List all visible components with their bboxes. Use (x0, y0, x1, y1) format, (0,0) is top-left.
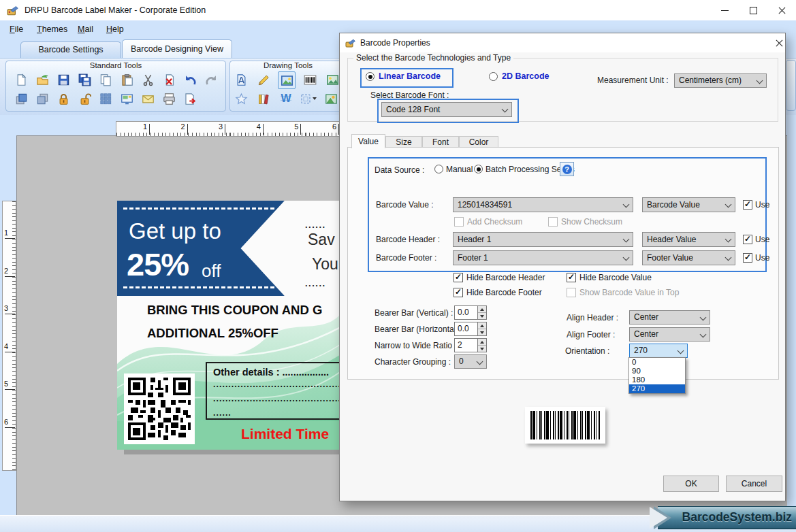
measurement-unit-label: Measurement Unit : (597, 76, 669, 85)
batch-processing-radio[interactable] (474, 165, 483, 173)
use-value-checkbox[interactable] (743, 200, 752, 210)
barcode-header-select[interactable]: Header 1 (453, 232, 633, 247)
label-shadow (124, 450, 343, 454)
details-dots: ........................................… (213, 392, 340, 406)
details-dots: ...... (213, 406, 340, 420)
standard-tools-panel: Standard Tools (5, 61, 226, 112)
orientation-option-180[interactable]: 180 (629, 376, 685, 384)
save-icon[interactable] (55, 71, 71, 88)
use-value-label: Use (755, 200, 769, 210)
measurement-unit-select[interactable]: Centimeters (cm) (674, 73, 767, 88)
copy-icon[interactable] (97, 71, 114, 88)
show-checksum-checkbox[interactable] (548, 217, 558, 227)
cut-icon[interactable] (140, 71, 156, 88)
tab-value[interactable]: Value (351, 134, 385, 148)
barcode-font-select[interactable]: Code 128 Font (381, 102, 512, 117)
title-bar: DRPU Barcode Label Maker - Corporate Edi… (0, 0, 796, 20)
show-checksum-label: Show Checksum (561, 217, 622, 227)
ruler-number: 5 (289, 122, 298, 131)
coupon-label[interactable]: Get up to 25% off ...... Sav You ...... … (117, 201, 342, 450)
minimize-icon[interactable] (710, 0, 739, 20)
tab-barcode-settings[interactable]: Barcode Settings (20, 41, 121, 58)
unlock-icon[interactable] (76, 90, 93, 107)
add-checksum-checkbox[interactable] (454, 217, 464, 227)
text-tool-icon[interactable] (233, 71, 249, 88)
bring-to-front-icon[interactable] (13, 90, 29, 107)
footer-value-type-select[interactable]: Footer Value (642, 250, 735, 265)
menu-themes[interactable]: Themes (33, 20, 71, 38)
print-preview-icon[interactable] (118, 90, 135, 107)
picture-tool-icon[interactable] (324, 71, 340, 88)
hide-footer-checkbox[interactable] (453, 288, 463, 297)
use-footer-label: Use (755, 253, 769, 263)
drawing-tools-panel: Drawing Tools W (229, 61, 347, 112)
coupon-dots-top: ...... (305, 220, 326, 230)
new-document-icon[interactable] (13, 71, 29, 88)
export-icon[interactable] (182, 90, 198, 107)
align-footer-select[interactable]: Center (629, 327, 710, 342)
menu-file[interactable]: File (5, 20, 27, 38)
email-icon[interactable] (140, 90, 156, 107)
send-to-back-icon[interactable] (34, 90, 50, 107)
show-value-top-checkbox[interactable] (567, 288, 576, 297)
ok-button[interactable]: OK (663, 476, 719, 492)
bearer-horizontal-stepper[interactable]: 0.0 (454, 322, 487, 336)
barcode-footer-select[interactable]: Footer 1 (453, 250, 633, 265)
grid-icon[interactable] (97, 90, 114, 107)
gallery-tool-icon[interactable] (323, 90, 339, 107)
barcode-value-label: Barcode Value : (376, 200, 434, 210)
lock-icon[interactable] (55, 90, 71, 107)
pencil-tool-icon[interactable] (255, 71, 272, 88)
library-tool-icon[interactable] (255, 90, 272, 107)
redo-icon[interactable] (203, 71, 219, 88)
barcode-value-select[interactable]: 125014834591 (453, 197, 633, 212)
ruler-number: 5 (4, 380, 8, 388)
orientation-option-0[interactable]: 0 (629, 358, 685, 367)
frame-tool-icon[interactable] (300, 90, 317, 107)
character-grouping-select[interactable]: 0 (454, 354, 487, 369)
align-header-select[interactable]: Center (629, 310, 710, 325)
frame-dropdown-caret[interactable] (313, 97, 317, 100)
orientation-option-90[interactable]: 90 (629, 367, 685, 376)
open-file-icon[interactable] (34, 71, 50, 88)
qr-code[interactable] (124, 373, 195, 444)
paste-icon[interactable] (118, 71, 135, 88)
orientation-option-270[interactable]: 270 (629, 384, 685, 393)
barcode-tool-icon[interactable] (302, 71, 318, 88)
value-tab-panel: Data Source : Manual Batch Processing Se… (347, 147, 779, 380)
vertical-ruler: 1 2 3 4 5 6 (2, 201, 16, 471)
use-header-checkbox[interactable] (743, 235, 752, 244)
undo-icon[interactable] (182, 71, 198, 88)
data-source-label: Data Source : (375, 165, 424, 175)
coupon-bring-line: BRING THIS COUPON AND G (147, 303, 322, 318)
maximize-icon[interactable] (739, 0, 767, 20)
hide-value-checkbox[interactable] (567, 273, 576, 282)
linear-barcode-radio[interactable] (366, 72, 375, 81)
save-all-icon[interactable] (76, 71, 93, 88)
print-icon[interactable] (161, 90, 177, 107)
hide-header-checkbox[interactable] (453, 273, 463, 282)
help-icon[interactable]: ? (560, 162, 574, 176)
header-value-type-select[interactable]: Header Value (642, 232, 735, 247)
barcode-value-type-select[interactable]: Barcode Value (642, 197, 735, 212)
delete-icon[interactable] (161, 71, 177, 88)
use-footer-checkbox[interactable] (743, 253, 752, 263)
tab-barcode-designing-view[interactable]: Barcode Designing View (122, 39, 232, 58)
narrow-wide-ratio-stepper[interactable]: 2 (454, 338, 487, 352)
image-tool-icon[interactable] (278, 71, 296, 89)
horizontal-ruler: 1 2 3 4 5 6 (116, 121, 342, 137)
watermark-tool-icon[interactable]: W (278, 90, 294, 107)
star-shape-tool-icon[interactable] (233, 90, 249, 107)
banner-discount: 25% (127, 246, 189, 283)
close-icon[interactable] (767, 0, 796, 20)
orientation-label: Orientation : (565, 346, 609, 356)
menu-help[interactable]: Help (102, 20, 128, 38)
menu-mail[interactable]: Mail (74, 20, 97, 38)
bearer-vertical-stepper[interactable]: 0.0 (454, 305, 487, 320)
banner-off: off (202, 261, 221, 282)
orientation-select[interactable]: 270 (629, 344, 688, 358)
dialog-title: Barcode Properties (360, 33, 430, 52)
cancel-button[interactable]: Cancel (726, 476, 782, 492)
manual-radio[interactable] (434, 165, 443, 173)
2d-barcode-radio[interactable] (489, 72, 498, 81)
